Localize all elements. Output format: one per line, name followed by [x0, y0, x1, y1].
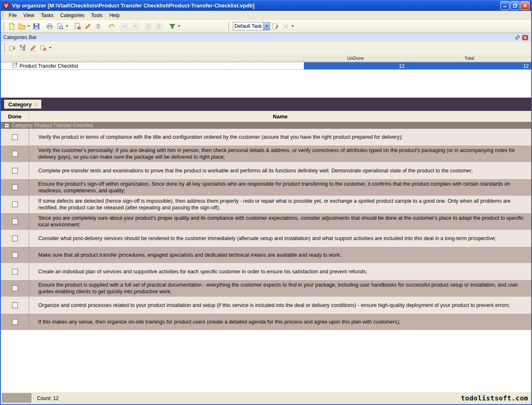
- category-group-row[interactable]: Category: Product Transfer Checklist: [1, 122, 531, 129]
- task-row[interactable]: Complete pre-transfer tests and examinat…: [1, 162, 531, 179]
- save-icon[interactable]: [31, 22, 42, 31]
- edit-task-icon[interactable]: [83, 22, 93, 31]
- sort-ascending-icon: △: [34, 102, 37, 106]
- task-row[interactable]: Verify the customer's personality: if yo…: [1, 145, 531, 162]
- column-header-done[interactable]: Done: [1, 113, 29, 120]
- edit-category-icon[interactable]: [28, 43, 38, 53]
- add-category-icon[interactable]: [7, 43, 17, 53]
- add-task-icon[interactable]: [72, 22, 83, 31]
- move-bottom-icon[interactable]: [143, 22, 154, 31]
- print-icon[interactable]: [44, 22, 55, 31]
- task-checkbox[interactable]: [12, 184, 18, 190]
- move-down-icon[interactable]: [120, 22, 130, 31]
- toolbar-separator: [43, 22, 43, 31]
- open-dropdown-caret[interactable]: [27, 25, 30, 27]
- filter-view-icon[interactable]: [167, 22, 177, 31]
- category-tree-row[interactable]: Product Transfer Checklist 12 12: [1, 62, 531, 70]
- task-checkbox[interactable]: [12, 218, 18, 224]
- task-row[interactable]: Organize and control processes related t…: [1, 297, 531, 314]
- task-view-combo[interactable]: Default Task V: [233, 22, 270, 30]
- tree-column-undone[interactable]: UnDone: [304, 55, 407, 61]
- task-text[interactable]: Since you are completely sure about your…: [29, 213, 531, 230]
- status-count: Count: 12: [33, 393, 460, 403]
- task-text[interactable]: Ensure the product is supplied with a fu…: [29, 280, 531, 297]
- task-checkbox[interactable]: [12, 302, 18, 308]
- category-sort-button[interactable]: Category △: [4, 100, 42, 109]
- task-checkbox[interactable]: [12, 252, 18, 258]
- tree-header: UnDone Total: [1, 54, 531, 62]
- task-text[interactable]: If this makes any sense, then organize o…: [29, 314, 531, 330]
- categories-close-icon[interactable]: [521, 34, 529, 41]
- task-row[interactable]: Make sure that all product transfer proc…: [1, 247, 531, 263]
- categories-panel: UnDone Total Product Transfer Checklist …: [1, 54, 531, 98]
- task-checkbox[interactable]: [12, 134, 18, 140]
- tree-column-name[interactable]: [1, 55, 304, 61]
- task-checkbox[interactable]: [12, 201, 18, 207]
- status-bar: Count: 12 todolistsoft.com: [1, 392, 531, 404]
- status-left-box: [2, 393, 32, 403]
- move-up-icon[interactable]: [130, 22, 140, 31]
- task-text[interactable]: Make sure that all product transfer proc…: [29, 247, 531, 263]
- task-row[interactable]: If some defects are detected (hence sign…: [1, 196, 531, 213]
- task-row[interactable]: Ensure the product's sign-off within org…: [1, 179, 531, 196]
- task-text[interactable]: Verify the customer's personality: if yo…: [29, 145, 531, 162]
- clear-view-icon[interactable]: [281, 22, 291, 31]
- combo-arrow-icon[interactable]: [263, 22, 270, 30]
- task-text[interactable]: Complete pre-transfer tests and examinat…: [29, 162, 531, 179]
- task-row[interactable]: Verify the product in terms of complianc…: [1, 129, 531, 145]
- menu-gripper: [2, 12, 4, 18]
- menu-view[interactable]: View: [20, 12, 37, 19]
- category-total-count: 12: [407, 62, 531, 69]
- task-text[interactable]: Verify the product in terms of complianc…: [29, 129, 531, 145]
- add-subcategory-icon[interactable]: [17, 43, 28, 53]
- restore-button[interactable]: [510, 1, 520, 10]
- view-options-caret[interactable]: [291, 25, 294, 27]
- main-toolbar: Default Task V: [1, 20, 531, 33]
- task-text[interactable]: Organize and control processes related t…: [29, 297, 531, 313]
- task-row[interactable]: If this makes any sense, then organize o…: [1, 314, 531, 330]
- menu-categories[interactable]: Categories: [57, 12, 88, 19]
- column-header-name[interactable]: Name: [29, 113, 531, 120]
- menu-help[interactable]: Help: [106, 12, 123, 19]
- categories-toolbar-caret[interactable]: [49, 47, 52, 49]
- task-text[interactable]: Ensure the product's sign-off within org…: [29, 179, 531, 196]
- task-checkbox[interactable]: [12, 168, 18, 174]
- task-checkbox[interactable]: [12, 236, 18, 241]
- task-text[interactable]: Create an individual plan of services an…: [29, 263, 531, 280]
- menu-tasks[interactable]: Tasks: [37, 12, 57, 19]
- undo-icon[interactable]: [106, 22, 117, 31]
- print-preview-icon[interactable]: [55, 22, 65, 31]
- pin-icon[interactable]: [514, 34, 521, 41]
- task-text[interactable]: Consider what post-delivery services sho…: [29, 230, 531, 246]
- task-checkbox[interactable]: [12, 269, 18, 275]
- empty-area: [1, 330, 531, 392]
- apply-view-icon[interactable]: [270, 22, 281, 31]
- grouping-band: Category △: [1, 98, 531, 111]
- close-button[interactable]: [520, 1, 530, 10]
- task-row[interactable]: Create an individual plan of services an…: [1, 263, 531, 280]
- task-checkbox[interactable]: [12, 285, 18, 291]
- toolbar-separator: [105, 22, 105, 31]
- new-file-icon[interactable]: [6, 22, 17, 31]
- toolbar-separator: [142, 22, 142, 31]
- delete-category-icon[interactable]: [38, 43, 49, 53]
- task-row[interactable]: Ensure the product is supplied with a fu…: [1, 280, 531, 297]
- filter-dropdown-caret[interactable]: [178, 25, 180, 27]
- categories-toolbar: [1, 42, 531, 54]
- menu-tools[interactable]: Tools: [88, 12, 106, 19]
- tree-column-total[interactable]: Total: [407, 55, 531, 61]
- collapse-icon[interactable]: [5, 123, 9, 128]
- task-checkbox[interactable]: [12, 319, 18, 325]
- watermark: todolistsoft.com: [461, 394, 530, 402]
- task-text[interactable]: If some defects are detected (hence sign…: [29, 196, 531, 213]
- menu-file[interactable]: File: [5, 12, 20, 19]
- task-row[interactable]: Consider what post-delivery services sho…: [1, 230, 531, 247]
- task-checkbox[interactable]: [12, 151, 18, 157]
- task-row[interactable]: Since you are completely sure about your…: [1, 213, 531, 230]
- category-sort-label: Category: [8, 101, 32, 108]
- complete-task-icon[interactable]: [93, 22, 103, 31]
- print-dropdown-caret[interactable]: [66, 25, 68, 27]
- open-file-icon[interactable]: [17, 22, 27, 31]
- move-top-icon[interactable]: [154, 22, 164, 31]
- minimize-button[interactable]: [500, 1, 510, 10]
